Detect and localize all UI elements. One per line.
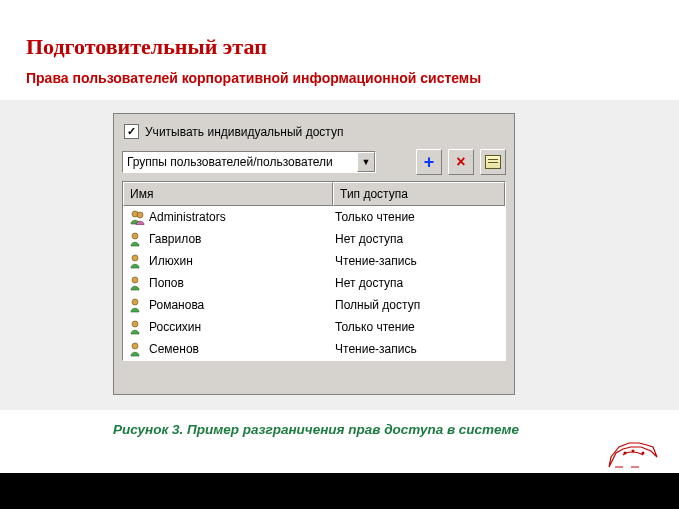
- groups-dropdown-label: Группы пользователей/пользователи: [127, 155, 357, 169]
- user-name: Романова: [149, 298, 331, 312]
- access-type: Только чтение: [331, 320, 505, 334]
- figure-caption: Рисунок 3. Пример разграничения прав дос…: [113, 422, 519, 437]
- access-type: Нет доступа: [331, 276, 505, 290]
- svg-point-2: [132, 233, 138, 239]
- table-row[interactable]: ИлюхинЧтение-запись: [123, 250, 505, 272]
- user-icon: [129, 297, 145, 313]
- access-type: Чтение-запись: [331, 254, 505, 268]
- user-icon: [129, 341, 145, 357]
- add-button[interactable]: +: [416, 149, 442, 175]
- svg-point-9: [632, 450, 635, 453]
- user-icon: [129, 275, 145, 291]
- user-name: Семенов: [149, 342, 331, 356]
- access-type: Нет доступа: [331, 232, 505, 246]
- column-header-name[interactable]: Имя: [123, 182, 333, 206]
- slide-title: Подготовительный этап: [26, 34, 267, 60]
- svg-point-10: [642, 452, 645, 455]
- svg-point-5: [132, 299, 138, 305]
- table-row[interactable]: AdministratorsТолько чтение: [123, 206, 505, 228]
- table-row[interactable]: ПоповНет доступа: [123, 272, 505, 294]
- table-row[interactable]: РоссихинТолько чтение: [123, 316, 505, 338]
- access-type: Чтение-запись: [331, 342, 505, 356]
- svg-point-6: [132, 321, 138, 327]
- table-row[interactable]: ГавриловНет доступа: [123, 228, 505, 250]
- user-name: Илюхин: [149, 254, 331, 268]
- footer-bar: [0, 473, 679, 509]
- chevron-down-icon: ▼: [357, 152, 375, 172]
- permissions-panel: ✓ Учитывать индивидуальный доступ Группы…: [113, 113, 515, 395]
- user-name: Гаврилов: [149, 232, 331, 246]
- svg-point-3: [132, 255, 138, 261]
- table-row[interactable]: РомановаПолный доступ: [123, 294, 505, 316]
- x-icon: ×: [456, 154, 465, 170]
- user-name: Administrators: [149, 210, 331, 224]
- table-row[interactable]: СеменовЧтение-запись: [123, 338, 505, 360]
- column-header-type[interactable]: Тип доступа: [333, 182, 505, 206]
- svg-point-1: [137, 212, 143, 218]
- svg-point-7: [132, 343, 138, 349]
- user-icon: [129, 253, 145, 269]
- properties-button[interactable]: [480, 149, 506, 175]
- svg-point-8: [624, 452, 627, 455]
- group-icon: [129, 209, 145, 225]
- individual-access-checkbox[interactable]: ✓: [124, 124, 139, 139]
- access-type: Только чтение: [331, 210, 505, 224]
- svg-point-4: [132, 277, 138, 283]
- user-icon: [129, 231, 145, 247]
- groups-dropdown[interactable]: Группы пользователей/пользователи ▼: [122, 151, 376, 173]
- delete-button[interactable]: ×: [448, 149, 474, 175]
- permissions-list: Имя Тип доступа AdministratorsТолько чте…: [122, 181, 506, 361]
- user-name: Попов: [149, 276, 331, 290]
- slide: Подготовительный этап Права пользователе…: [0, 0, 679, 509]
- user-name: Россихин: [149, 320, 331, 334]
- individual-access-label: Учитывать индивидуальный доступ: [145, 125, 343, 139]
- access-type: Полный доступ: [331, 298, 505, 312]
- slide-subtitle: Права пользователей корпоративной информ…: [26, 70, 481, 86]
- properties-icon: [485, 155, 501, 169]
- rhino-logo: [603, 433, 661, 475]
- plus-icon: +: [424, 153, 435, 171]
- user-icon: [129, 319, 145, 335]
